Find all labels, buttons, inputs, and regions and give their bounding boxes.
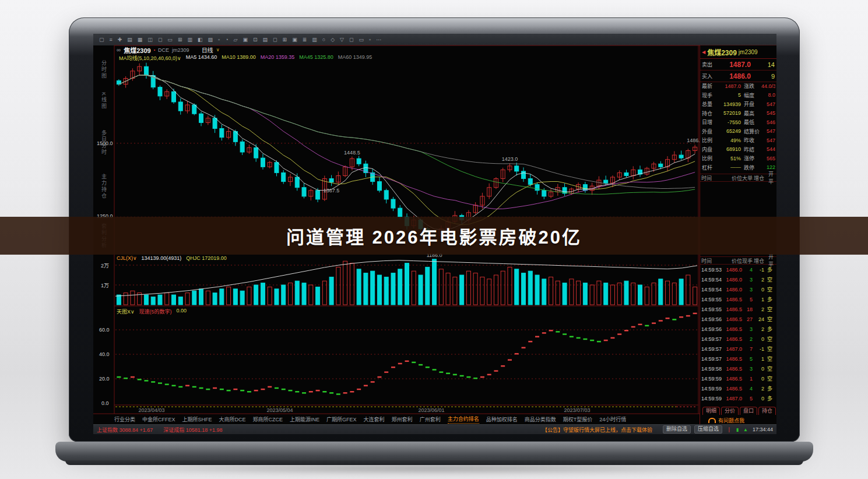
- marker-icon: ◀: [702, 50, 705, 55]
- market-tab[interactable]: 24小时行情: [599, 415, 626, 423]
- x-tick-1: 2023/05/04: [266, 407, 293, 413]
- trade-oi-change: 1: [753, 297, 764, 302]
- market-tab[interactable]: 期权T型报价: [563, 415, 593, 423]
- trade-time: 14:59:53: [701, 267, 723, 273]
- quote-tab[interactable]: 明细: [702, 407, 720, 415]
- trade-price: 1486.5: [723, 307, 742, 312]
- trade-time: 14:59:55: [701, 297, 723, 302]
- column-header: 价位: [723, 257, 742, 265]
- column-header: 现手: [742, 257, 753, 265]
- trade-direction: 空: [764, 276, 772, 283]
- stat-value: 565: [761, 156, 775, 161]
- quote-contract-name: 焦煤2309: [707, 47, 737, 57]
- market-tab[interactable]: 上期所SHFE: [182, 415, 212, 423]
- volume-indicator-label: CJL(X)∨134139.00(4931)QHJC 172019.00: [117, 255, 227, 261]
- trade-time: 14:59:59: [701, 386, 723, 392]
- quote-tab[interactable]: 持仓: [758, 407, 776, 415]
- market-tab[interactable]: 郑商所CZCE: [253, 415, 283, 423]
- trade-direction: 空: [764, 315, 772, 323]
- ma-value-4: MA60 1349.95: [338, 54, 372, 62]
- trade-time: 14:59:58: [701, 366, 723, 372]
- sidebar-item-1[interactable]: K线图: [100, 92, 108, 110]
- stat-value: -7550: [718, 119, 744, 125]
- stat-label: 结算价: [744, 128, 761, 135]
- signal-icon: ▲: [743, 427, 748, 432]
- market-tab[interactable]: 主力合约排名: [448, 415, 479, 424]
- announcement-text[interactable]: 【公告】守望版行情大屏已上线，点击下载体验: [542, 426, 652, 434]
- trade-time: 14:59:56: [701, 316, 723, 322]
- vol-tick-1w: 1万: [101, 281, 109, 289]
- tape-row: 14:59:591486.542多: [700, 383, 776, 393]
- market-tab[interactable]: 广期所GFEX: [326, 415, 357, 423]
- volLabel-part-0: CJL(X)∨: [117, 255, 137, 261]
- svg-text:1423.0: 1423.0: [502, 156, 518, 162]
- trade-price: 1487.0: [723, 396, 742, 401]
- status-button[interactable]: 删除自选: [663, 425, 691, 434]
- status-button[interactable]: 压缩自选: [694, 425, 722, 434]
- market-tab[interactable]: 品种加权排名: [486, 415, 518, 423]
- trade-oi-change: 2: [753, 386, 764, 392]
- connection-icon: ▮: [736, 427, 739, 432]
- trade-oi-change: 1: [753, 356, 764, 362]
- stat-label: 开盘: [744, 100, 761, 108]
- stat-value: 68910: [718, 146, 744, 152]
- sub-tick-0: 0.0: [101, 400, 109, 406]
- market-tab[interactable]: 郑州套利: [392, 415, 413, 423]
- trade-direction: 空: [764, 355, 772, 362]
- bid-row[interactable]: 买入 1486.0 9: [700, 71, 776, 82]
- trade-direction: 空: [764, 305, 772, 313]
- trade-price: 1486.5: [723, 376, 742, 382]
- sidebar-item-3[interactable]: 主力持仓: [100, 174, 108, 199]
- trade-time: 14:59:54: [701, 287, 723, 293]
- trade-direction: 多: [764, 295, 772, 303]
- tape-row: 14:59:541486.030空: [700, 284, 776, 294]
- quote-tab[interactable]: 盘口: [740, 407, 757, 415]
- stat-label: 昨收: [744, 136, 761, 144]
- stat-value: 547: [761, 138, 775, 143]
- stat-label: 最高: [744, 110, 761, 117]
- market-tab[interactable]: 商品分类指数: [525, 415, 556, 423]
- trade-oi-change: 0: [753, 396, 764, 401]
- period-selector[interactable]: 日线: [202, 45, 213, 54]
- subLabel-part-2: 0.00: [177, 308, 187, 315]
- tape-row: 14:59:561486.52724空: [700, 314, 776, 324]
- link-icon[interactable]: ∞: [117, 47, 121, 53]
- trade-qty: 2: [742, 336, 753, 342]
- stat-label: 杠杆: [702, 164, 718, 171]
- trade-direction: 多: [764, 325, 772, 333]
- market-tab[interactable]: 大商所DCE: [219, 415, 246, 423]
- market-tab[interactable]: 中金所CFFEX: [142, 415, 175, 423]
- chevron-down-icon[interactable]: ∨: [216, 47, 220, 52]
- tape-row: 14:59:571486.551空: [700, 354, 776, 364]
- trade-oi-change: 0: [753, 287, 764, 293]
- column-header: 增仓: [753, 174, 764, 182]
- stat-value: 65249: [718, 128, 744, 134]
- clock: 17:34:44: [753, 427, 773, 432]
- stat-value: 49%: [718, 138, 744, 143]
- market-tab[interactable]: 行业分类: [114, 415, 135, 423]
- sub-tick-20: 20.0: [99, 376, 110, 382]
- trade-price: 1486.5: [723, 326, 742, 332]
- market-tab[interactable]: 大连套利: [364, 415, 385, 423]
- stat-label: 最低: [744, 118, 761, 126]
- stat-label: 外盘: [702, 128, 718, 135]
- quote-stat-row: 内盘68910昨结544: [700, 145, 776, 154]
- stat-label: 内盘: [702, 146, 718, 153]
- quote-header: ◀ 焦煤2309 jm2309: [700, 45, 776, 59]
- help-link[interactable]: 有问题点我: [700, 416, 776, 424]
- ask-row[interactable]: 卖出 1487.0 14: [700, 59, 776, 71]
- subLabel-part-0: 天图X∨: [117, 308, 135, 315]
- flag-icon: •: [154, 48, 155, 52]
- market-tab[interactable]: 广州套利: [420, 415, 441, 423]
- market-tab[interactable]: 上期能源INE: [290, 415, 319, 423]
- quote-stat-row: 持仓572019最高545: [700, 109, 776, 118]
- quote-tab[interactable]: 分价: [721, 407, 739, 415]
- stat-label: 最新: [702, 82, 718, 90]
- contract-name[interactable]: 焦煤2309: [124, 45, 150, 55]
- stat-value: 547: [761, 128, 775, 134]
- sidebar-item-0[interactable]: 分时图: [100, 60, 108, 79]
- ask-price: 1487.0: [718, 61, 762, 69]
- stat-value: 8.0: [761, 92, 775, 98]
- stat-value: 122: [761, 164, 775, 170]
- trade-time: 14:59:55: [701, 307, 723, 312]
